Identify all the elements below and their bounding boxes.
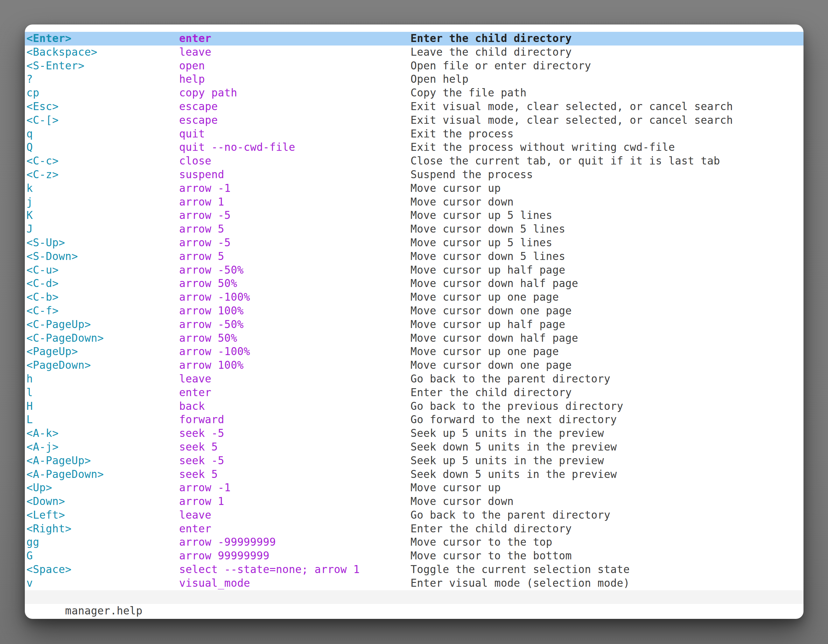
key-cell: <PageDown> <box>27 359 179 372</box>
description-cell: Move cursor to the bottom <box>411 549 800 563</box>
key-cell: v <box>27 577 179 590</box>
key-cell: <Enter> <box>27 32 179 45</box>
keybinding-row[interactable]: <C-c> close Close the current tab, or qu… <box>25 154 803 168</box>
keybinding-row[interactable]: <C-b> arrow -100% Move cursor up one pag… <box>25 290 803 304</box>
keybinding-row[interactable]: <C-PageUp> arrow -50% Move cursor up hal… <box>25 318 803 332</box>
key-cell: <Up> <box>27 481 179 495</box>
key-cell: <C-z> <box>27 168 179 182</box>
keybinding-row[interactable]: ? help Open help <box>25 72 803 86</box>
description-cell: Move cursor up one page <box>411 345 800 359</box>
description-cell: Move cursor down half page <box>411 277 800 290</box>
description-cell: Enter visual mode (selection mode) <box>411 577 800 590</box>
command-cell: enter <box>179 522 411 536</box>
key-cell: <Right> <box>27 522 179 536</box>
command-cell: arrow 100% <box>179 359 411 372</box>
key-cell: <PageUp> <box>27 345 179 359</box>
keybinding-row[interactable]: <C-d> arrow 50% Move cursor down half pa… <box>25 277 803 290</box>
keybinding-row[interactable]: v visual_mode Enter visual mode (selecti… <box>25 577 803 590</box>
command-cell: seek -5 <box>179 454 411 468</box>
keybinding-row[interactable]: gg arrow -99999999 Move cursor to the to… <box>25 536 803 549</box>
command-cell: quit --no-cwd-file <box>179 141 411 154</box>
keybinding-row[interactable]: h leave Go back to the parent directory <box>25 372 803 386</box>
keybinding-row[interactable]: j arrow 1 Move cursor down <box>25 195 803 209</box>
keybinding-row[interactable]: Q quit --no-cwd-file Exit the process wi… <box>25 141 803 154</box>
keybinding-row[interactable]: <S-Enter> open Open file or enter direct… <box>25 59 803 73</box>
keybinding-row[interactable]: <C-[> escape Exit visual mode, clear sel… <box>25 114 803 127</box>
keybinding-row[interactable]: <PageDown> arrow 100% Move cursor down o… <box>25 359 803 372</box>
keybinding-row[interactable]: <A-PageUp> seek -5 Seek up 5 units in th… <box>25 454 803 468</box>
description-cell: Open file or enter directory <box>411 59 800 73</box>
description-cell: Seek up 5 units in the preview <box>411 454 800 468</box>
keybinding-row[interactable]: <S-Down> arrow 5 Move cursor down 5 line… <box>25 250 803 263</box>
command-cell: arrow -100% <box>179 345 411 359</box>
keybinding-row[interactable]: <S-Up> arrow -5 Move cursor up 5 lines <box>25 236 803 250</box>
keybinding-row[interactable]: <Enter> enter Enter the child directory <box>25 32 803 45</box>
keybinding-row[interactable]: <C-z> suspend Suspend the process <box>25 168 803 182</box>
description-cell: Move cursor to the top <box>411 536 800 549</box>
command-cell: arrow -99999999 <box>179 536 411 549</box>
command-cell: arrow -50% <box>179 318 411 332</box>
command-cell: arrow -50% <box>179 263 411 277</box>
keybinding-row[interactable]: <PageUp> arrow -100% Move cursor up one … <box>25 345 803 359</box>
keybinding-row[interactable]: L forward Go forward to the next directo… <box>25 413 803 427</box>
keybinding-row[interactable]: G arrow 99999999 Move cursor to the bott… <box>25 549 803 563</box>
description-cell: Seek up 5 units in the preview <box>411 427 800 440</box>
command-cell: arrow 100% <box>179 304 411 318</box>
keybinding-row[interactable]: H back Go back to the previous directory <box>25 400 803 413</box>
command-cell: quit <box>179 127 411 141</box>
command-cell: forward <box>179 413 411 427</box>
key-cell: gg <box>27 536 179 549</box>
command-cell: enter <box>179 32 411 45</box>
keybinding-row[interactable]: <Down> arrow 1 Move cursor down <box>25 495 803 508</box>
key-cell: h <box>27 372 179 386</box>
description-cell: Go back to the parent directory <box>411 372 800 386</box>
key-cell: <A-j> <box>27 440 179 454</box>
keybinding-row[interactable]: k arrow -1 Move cursor up <box>25 182 803 195</box>
description-cell: Seek down 5 units in the preview <box>411 440 800 454</box>
command-cell: select --state=none; arrow 1 <box>179 563 411 577</box>
keybinding-row[interactable]: <A-k> seek -5 Seek up 5 units in the pre… <box>25 427 803 440</box>
description-cell: Exit visual mode, clear selected, or can… <box>411 114 800 127</box>
key-cell: ? <box>27 72 179 86</box>
keybinding-row[interactable]: <Backspace> leave Leave the child direct… <box>25 45 803 59</box>
key-cell: <C-PageDown> <box>27 332 179 345</box>
keybinding-row[interactable]: cp copy path Copy the file path <box>25 86 803 100</box>
status-layer-label: manager.help <box>65 605 143 617</box>
command-cell: arrow -5 <box>179 236 411 250</box>
description-cell: Move cursor down one page <box>411 304 800 318</box>
keybinding-row[interactable]: K arrow -5 Move cursor up 5 lines <box>25 209 803 223</box>
desktop-background: <Enter> enter Enter the child directory … <box>0 0 828 644</box>
description-cell: Move cursor down <box>411 195 800 209</box>
command-cell: arrow 5 <box>179 250 411 263</box>
keybinding-row[interactable]: <Space> select --state=none; arrow 1 Tog… <box>25 563 803 577</box>
description-cell: Exit visual mode, clear selected, or can… <box>411 100 800 114</box>
keybinding-row[interactable]: <A-PageDown> seek 5 Seek down 5 units in… <box>25 468 803 481</box>
command-cell: back <box>179 400 411 413</box>
description-cell: Seek down 5 units in the preview <box>411 468 800 481</box>
description-cell: Leave the child directory <box>411 45 800 59</box>
description-cell: Move cursor up 5 lines <box>411 209 800 223</box>
keybinding-row[interactable]: <Up> arrow -1 Move cursor up <box>25 481 803 495</box>
key-cell: Q <box>27 141 179 154</box>
description-cell: Exit the process without writing cwd-fil… <box>411 141 800 154</box>
keybinding-row[interactable]: <A-j> seek 5 Seek down 5 units in the pr… <box>25 440 803 454</box>
key-cell: l <box>27 386 179 400</box>
keybinding-row[interactable]: <C-u> arrow -50% Move cursor up half pag… <box>25 263 803 277</box>
keybinding-row[interactable]: <Left> leave Go back to the parent direc… <box>25 508 803 522</box>
description-cell: Move cursor down 5 lines <box>411 250 800 263</box>
key-cell: cp <box>27 86 179 100</box>
keybinding-row[interactable]: J arrow 5 Move cursor down 5 lines <box>25 223 803 236</box>
key-cell: <C-f> <box>27 304 179 318</box>
command-cell: close <box>179 154 411 168</box>
command-cell: leave <box>179 45 411 59</box>
keybinding-row[interactable]: l enter Enter the child directory <box>25 386 803 400</box>
command-cell: seek -5 <box>179 427 411 440</box>
keybinding-row[interactable]: <C-PageDown> arrow 50% Move cursor down … <box>25 332 803 345</box>
keybinding-row[interactable]: q quit Exit the process <box>25 127 803 141</box>
command-cell: escape <box>179 114 411 127</box>
command-cell: arrow 1 <box>179 495 411 508</box>
command-cell: copy path <box>179 86 411 100</box>
keybinding-row[interactable]: <C-f> arrow 100% Move cursor down one pa… <box>25 304 803 318</box>
keybinding-row[interactable]: <Esc> escape Exit visual mode, clear sel… <box>25 100 803 114</box>
keybinding-row[interactable]: <Right> enter Enter the child directory <box>25 522 803 536</box>
